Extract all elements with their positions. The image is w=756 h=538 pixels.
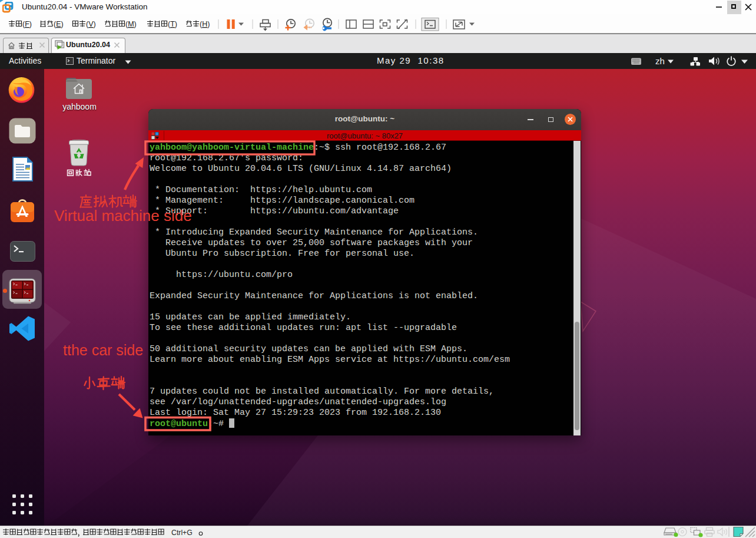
svg-text:tthe car side: tthe car side (63, 342, 143, 358)
svg-text:Virtual machine side: Virtual machine side (54, 207, 192, 225)
